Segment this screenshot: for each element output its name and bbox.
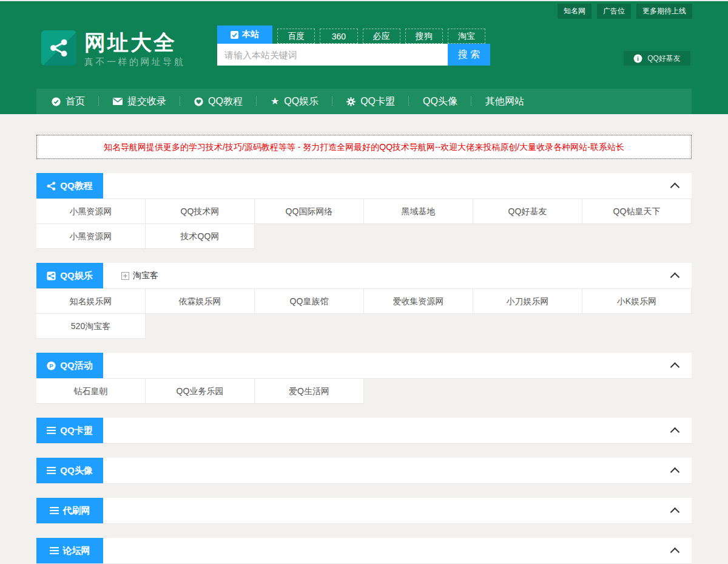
category-header: QQ头像	[36, 458, 692, 484]
nav-item[interactable]: QQ卡盟	[332, 89, 409, 114]
qq-friend-link[interactable]: i QQ好基友	[624, 51, 690, 66]
site-link[interactable]: 技术QQ网	[146, 224, 255, 249]
site-link[interactable]: QQ业务乐园	[146, 379, 255, 404]
category-section: QQ卡盟	[36, 418, 692, 444]
chevron-up-icon[interactable]	[670, 427, 680, 437]
category-tab[interactable]: QQ教程	[36, 173, 103, 199]
site-link[interactable]: QQ国际网络	[255, 199, 364, 224]
nav-item[interactable]: QQ教程	[180, 89, 257, 114]
category-header: 论坛网	[36, 538, 692, 564]
site-link[interactable]: 小黑资源网	[36, 224, 146, 249]
category-section: QQ娱乐 淘宝客 知名娱乐网依霖娱乐网QQ皇族馆爱收集资源网小刀娱乐网小K娱乐网…	[36, 263, 692, 339]
site-link[interactable]: QQ钻皇天下	[582, 199, 692, 224]
p-circle-icon: P	[47, 361, 56, 370]
share-square-icon	[47, 271, 56, 280]
category-subtab-label: 淘宝客	[133, 270, 158, 281]
category-tab[interactable]: QQ头像	[36, 458, 103, 483]
star-icon: ★	[271, 97, 279, 106]
check-circle-icon	[52, 97, 61, 106]
chevron-up-icon[interactable]	[670, 273, 680, 282]
qq-friend-label: QQ好基友	[647, 53, 681, 64]
list-icon	[50, 547, 59, 554]
main-content: 知名导航网提供更多的学习技术/技巧/源码教程等等 - 努力打造全网最好的QQ技术…	[36, 135, 692, 564]
category-header: P QQ活动	[36, 353, 692, 379]
site-link[interactable]: 爱收集资源网	[364, 289, 473, 314]
chevron-up-icon[interactable]	[670, 508, 680, 517]
heart-circle-icon	[194, 97, 203, 106]
main-nav: 首页提交收录QQ教程★QQ娱乐QQ卡盟QQ头像其他网站	[36, 89, 692, 114]
svg-text:P: P	[50, 362, 54, 369]
gear-icon	[346, 97, 356, 106]
site-link[interactable]: QQ皇族馆	[255, 289, 364, 314]
search-engine-tab[interactable]: 360	[320, 29, 357, 44]
search-engine-tab[interactable]: 百度	[277, 29, 315, 44]
search-button[interactable]: 搜 索	[448, 44, 490, 66]
site-link[interactable]: 爱Q生活网	[255, 379, 364, 404]
site-link[interactable]: 知名娱乐网	[36, 289, 146, 314]
chevron-up-icon[interactable]	[670, 548, 680, 557]
nav-item[interactable]: 首页	[38, 89, 99, 114]
site-link[interactable]: 钻石皇朝	[36, 379, 146, 404]
category-subtab[interactable]: 淘宝客	[121, 270, 158, 281]
topbar-links: 知名网广告位更多期待上线	[558, 4, 692, 19]
category-section: P QQ活动 钻石皇朝QQ业务乐园爱Q生活网	[36, 353, 692, 404]
category-links: 知名娱乐网依霖娱乐网QQ皇族馆爱收集资源网小刀娱乐网小K娱乐网520淘宝客	[36, 289, 692, 339]
nav-item-label: QQ教程	[208, 95, 243, 108]
nav-item[interactable]: QQ头像	[409, 89, 471, 114]
category-list: QQ教程 小黑资源网QQ技术网QQ国际网络黑域基地QQ好基友QQ钻皇天下小黑资源…	[36, 173, 692, 564]
site-link[interactable]: 520淘宝客	[36, 314, 146, 339]
category-header: QQ卡盟	[36, 418, 692, 444]
info-icon: i	[633, 54, 642, 63]
search-engine-tab[interactable]: 搜狗	[405, 29, 443, 44]
site-link[interactable]: QQ技术网	[146, 199, 255, 224]
category-tab[interactable]: 论坛网	[36, 538, 103, 563]
category-section: 代刷网	[36, 498, 692, 524]
category-links: 钻石皇朝QQ业务乐园爱Q生活网	[36, 379, 692, 404]
category-tab[interactable]: 代刷网	[36, 498, 103, 523]
chevron-up-icon[interactable]	[670, 362, 680, 372]
announcement-bar: 知名导航网提供更多的学习技术/技巧/源码教程等等 - 努力打造全网最好的QQ技术…	[36, 135, 692, 159]
search-engine-tab[interactable]: 淘宝	[448, 29, 485, 44]
category-header: QQ娱乐 淘宝客	[36, 263, 692, 289]
nav-item[interactable]: ★QQ娱乐	[257, 89, 332, 114]
search-engine-tab[interactable]: 本站	[217, 25, 272, 44]
nav-item-label: QQ卡盟	[360, 95, 395, 108]
chevron-up-icon[interactable]	[670, 467, 680, 477]
nav-item[interactable]: 提交收录	[99, 89, 180, 114]
search-tab-label: 淘宝	[458, 31, 475, 42]
site-title: 网址大全	[84, 30, 186, 55]
category-tab[interactable]: QQ娱乐	[36, 263, 103, 288]
search-tab-label: 百度	[288, 31, 305, 42]
site-link[interactable]: QQ好基友	[473, 199, 582, 224]
category-section: 论坛网	[36, 538, 692, 564]
topbar-link[interactable]: 广告位	[597, 4, 631, 19]
search-tab-label: 本站	[242, 29, 259, 40]
category-tab[interactable]: P QQ活动	[36, 353, 103, 378]
nav-item-label: QQ娱乐	[284, 95, 318, 108]
search-engine-tabs: 本站百度360必应搜狗淘宝	[217, 25, 490, 44]
topbar-link[interactable]: 知名网	[558, 4, 592, 19]
share-icon	[47, 182, 56, 191]
category-section: QQ教程 小黑资源网QQ技术网QQ国际网络黑域基地QQ好基友QQ钻皇天下小黑资源…	[36, 173, 692, 249]
chevron-up-icon[interactable]	[670, 183, 680, 192]
site-link[interactable]: 小刀娱乐网	[473, 289, 582, 314]
search-engine-tab[interactable]: 必应	[363, 29, 400, 44]
topbar-link[interactable]: 更多期待上线	[636, 4, 692, 19]
site-link[interactable]: 黑域基地	[364, 199, 473, 224]
category-title: QQ活动	[60, 360, 92, 372]
category-title: 代刷网	[63, 505, 90, 517]
nav-item[interactable]: 其他网站	[471, 89, 538, 114]
category-title: QQ娱乐	[60, 270, 92, 282]
search-tab-label: 360	[332, 32, 346, 41]
plus-square-icon	[121, 272, 129, 280]
category-tab[interactable]: QQ卡盟	[36, 418, 103, 443]
category-title: 论坛网	[63, 545, 90, 557]
site-link[interactable]: 小K娱乐网	[582, 289, 692, 314]
site-header: 知名网广告位更多期待上线 网址大全 真不一样的网址导航 本站百度360必应搜狗淘…	[0, 1, 728, 114]
category-title: QQ头像	[60, 465, 92, 477]
site-link[interactable]: 依霖娱乐网	[146, 289, 255, 314]
search-input[interactable]	[217, 44, 448, 66]
site-logo[interactable]: 网址大全 真不一样的网址导航	[41, 30, 186, 68]
nav-item-label: 首页	[66, 95, 85, 108]
site-link[interactable]: 小黑资源网	[36, 199, 146, 224]
